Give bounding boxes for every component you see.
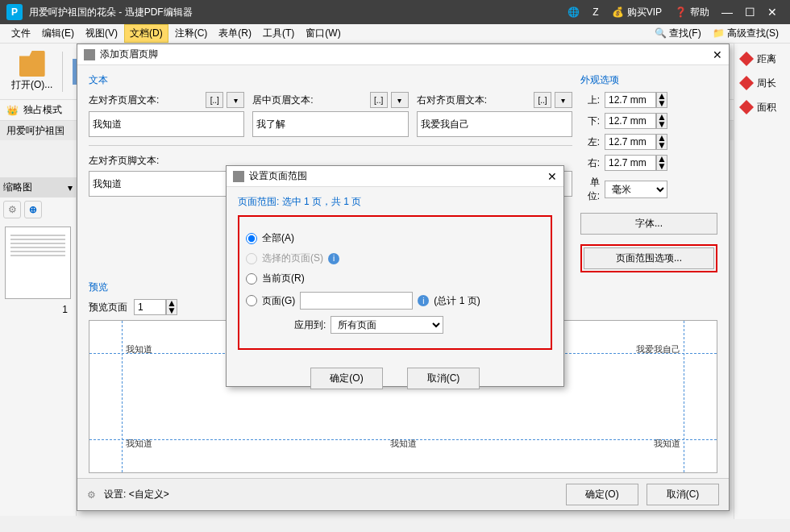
dialog-icon	[84, 49, 95, 60]
range-info: 页面范围: 选中 1 页，共 1 页	[238, 195, 552, 209]
menu-view[interactable]: 视图(V)	[81, 25, 123, 42]
crown-icon: 👑	[6, 105, 19, 116]
margin-right-input[interactable]	[605, 155, 656, 171]
page-range-button[interactable]: 页面范围选项...	[584, 247, 714, 269]
font-button[interactable]: 字体...	[580, 213, 717, 235]
radio-all[interactable]	[246, 233, 257, 244]
range-dialog-titlebar: 设置页面范围 ✕	[227, 166, 563, 187]
menu-form[interactable]: 表单(R)	[214, 25, 256, 42]
left-header-label: 左对齐页眉文本:	[89, 94, 202, 107]
radio-pages[interactable]	[246, 295, 257, 306]
margin-left-spinner[interactable]: ▲▼	[656, 134, 667, 150]
perimeter-icon	[739, 76, 754, 90]
maximize-button[interactable]: ☐	[738, 6, 761, 19]
vip-button[interactable]: 💰 购买VIP	[612, 6, 662, 19]
page-range-dialog: 设置页面范围 ✕ 页面范围: 选中 1 页，共 1 页 全部(A) 选择的页面(…	[226, 165, 564, 387]
margin-top-input[interactable]	[605, 92, 656, 108]
right-header-label: 右对齐页眉文本:	[417, 94, 530, 107]
right-header-dd[interactable]: [..]	[534, 92, 551, 108]
menu-window[interactable]: 窗口(W)	[301, 25, 345, 42]
open-button[interactable]: 打开(O)...	[6, 49, 57, 94]
apply-select[interactable]: 所有页面	[331, 316, 443, 334]
menu-adv-search[interactable]: 📁 高级查找(S)	[708, 25, 784, 42]
measure-panel: 距离 周长 面积	[734, 44, 790, 519]
center-header-dd[interactable]: [..]	[370, 92, 388, 108]
info-icon[interactable]: i	[328, 253, 339, 264]
menu-bar: 文件 编辑(E) 视图(V) 文档(D) 注释(C) 表单(R) 工具(T) 窗…	[0, 24, 790, 44]
center-header-dd2[interactable]: ▾	[391, 92, 409, 108]
left-header-input[interactable]	[89, 111, 244, 137]
range-cancel-button[interactable]: 取消(C)	[407, 368, 480, 389]
menu-tool[interactable]: 工具(T)	[258, 25, 299, 42]
preview-page-spinner[interactable]: ▲▼	[166, 299, 177, 315]
help-button[interactable]: ❓ 帮助	[675, 6, 709, 19]
margin-right-label: 右:	[580, 156, 600, 170]
window-title: 用爱呵护祖国的花朵 - 迅捷PDF编辑器	[29, 6, 561, 19]
range-options-box: 全部(A) 选择的页面(S)i 当前页(R) 页面(G)i(总计 1 页) 应用…	[238, 215, 552, 350]
right-header-input[interactable]	[417, 111, 572, 137]
settings-label[interactable]: 设置: <自定义>	[104, 488, 169, 501]
radio-selected-label: 选择的页面(S)	[262, 251, 323, 265]
unit-label: 单位:	[580, 176, 600, 203]
menu-edit[interactable]: 编辑(E)	[37, 25, 79, 42]
preview-center-footer: 我知道	[390, 438, 417, 450]
document-tab[interactable]: 用爱呵护祖国	[6, 124, 64, 138]
margin-bottom-input[interactable]	[605, 113, 656, 129]
menu-file[interactable]: 文件	[6, 25, 35, 42]
thumbnail-add[interactable]: ⊕	[24, 201, 42, 218]
range-dialog-close[interactable]: ✕	[547, 170, 557, 183]
user-label[interactable]: Z	[592, 6, 598, 18]
gear-icon[interactable]: ⚙	[87, 489, 96, 501]
left-header-dd[interactable]: [..]	[206, 92, 223, 108]
margin-bottom-spinner[interactable]: ▲▼	[656, 113, 667, 129]
thumbnail-panel: 缩略图 ▾ ⚙ ⊕ 1	[0, 177, 77, 516]
folder-icon	[19, 51, 45, 77]
margin-top-spinner[interactable]: ▲▼	[656, 92, 667, 108]
preview-left-footer: 我知道	[126, 438, 152, 450]
distance-icon	[739, 52, 754, 66]
unit-select[interactable]: 毫米	[605, 181, 667, 198]
menu-comment[interactable]: 注释(C)	[170, 25, 213, 42]
margin-left-input[interactable]	[605, 134, 656, 150]
minimize-button[interactable]: —	[716, 6, 738, 19]
radio-current[interactable]	[246, 273, 257, 285]
close-button[interactable]: ✕	[761, 6, 784, 19]
thumbnail-settings[interactable]: ⚙	[3, 201, 21, 218]
dialog-footer: ⚙ 设置: <自定义> 确定(O) 取消(C)	[77, 478, 729, 510]
radio-selected	[246, 253, 257, 264]
pages-input[interactable]	[300, 292, 413, 310]
preview-page-input[interactable]	[134, 299, 166, 315]
preview-left-header: 我知道	[126, 343, 152, 355]
dialog-titlebar: 添加页眉页脚 ✕	[77, 44, 729, 65]
right-header-dd2[interactable]: ▾	[555, 92, 572, 108]
radio-pages-label: 页面(G)	[262, 294, 295, 308]
area-tool[interactable]: 面积	[738, 95, 787, 119]
cancel-button[interactable]: 取消(C)	[647, 484, 719, 505]
thumbnail-page-number: 1	[0, 304, 76, 315]
ok-button[interactable]: 确定(O)	[566, 484, 638, 505]
menu-document[interactable]: 文档(D)	[124, 24, 168, 43]
globe-icon[interactable]: 🌐	[568, 6, 580, 18]
text-section-title: 文本	[89, 73, 572, 87]
radio-current-label: 当前页(R)	[262, 272, 305, 285]
range-dialog-icon	[233, 171, 244, 182]
page-thumbnail[interactable]	[5, 227, 71, 299]
margin-right-spinner[interactable]: ▲▼	[656, 155, 667, 171]
distance-tool[interactable]: 距离	[738, 47, 787, 71]
range-dialog-footer: 确定(O) 取消(C)	[227, 358, 563, 399]
left-header-dd2[interactable]: ▾	[227, 92, 244, 108]
range-dialog-title: 设置页面范围	[249, 169, 307, 183]
exclusive-label[interactable]: 独占模式	[23, 103, 62, 117]
perimeter-tool[interactable]: 周长	[738, 71, 787, 95]
center-header-input[interactable]	[252, 111, 408, 137]
panel-menu-icon[interactable]: ▾	[68, 182, 73, 193]
range-ok-button[interactable]: 确定(O)	[310, 368, 383, 389]
dialog-close-button[interactable]: ✕	[713, 48, 722, 61]
dialog-title: 添加页眉页脚	[100, 48, 158, 61]
pages-info-icon[interactable]: i	[418, 295, 429, 306]
appearance-title: 外观选项	[580, 73, 717, 87]
area-icon	[739, 100, 754, 114]
margin-bottom-label: 下:	[580, 114, 600, 128]
center-header-label: 居中页眉文本:	[252, 94, 366, 107]
menu-search[interactable]: 🔍 查找(F)	[650, 25, 706, 42]
